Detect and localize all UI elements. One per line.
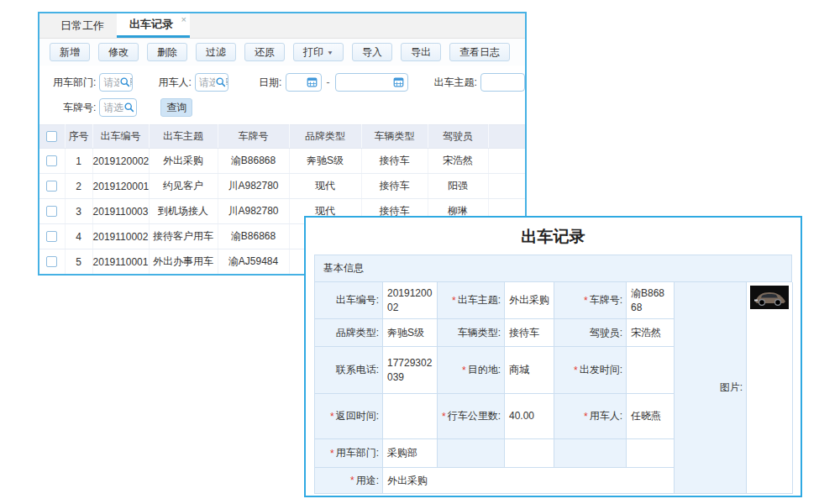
search-icon bbox=[123, 102, 134, 115]
table-row: 2 2019120001 约见客户 川A982780 现代 接待车 阳强 bbox=[39, 174, 525, 199]
toolbar: 新增 修改 删除 过滤 还原 打印 ▼ 导入 导出 查看日志 bbox=[39, 39, 525, 66]
plate-filter-input[interactable]: 请选择 bbox=[99, 98, 137, 117]
field-value-empty bbox=[627, 439, 675, 468]
delete-button[interactable]: 删除 bbox=[147, 43, 187, 61]
cell-brand: 奔驰S级 bbox=[289, 149, 361, 174]
select-all-checkbox[interactable] bbox=[46, 131, 57, 142]
cell-driver[interactable]: 阳强 bbox=[428, 174, 488, 199]
tab-dispatch-records-label: 出车记录 bbox=[129, 17, 173, 32]
field-label-subject: *出车主题: bbox=[438, 282, 505, 319]
table-row: 1 2019120002 外出采购 渝B86868 奔驰S级 接待车 宋浩然 bbox=[39, 149, 525, 174]
field-value-dispatch-no: 2019120002 bbox=[383, 282, 438, 319]
add-button[interactable]: 新增 bbox=[50, 43, 90, 61]
user-filter-label: 用车人: bbox=[158, 76, 191, 90]
tab-dispatch-records[interactable]: 出车记录 × bbox=[117, 13, 190, 38]
search-icon bbox=[119, 76, 130, 90]
print-button[interactable]: 打印 ▼ bbox=[293, 43, 344, 61]
basic-info-section-header: 基本信息 bbox=[314, 255, 792, 282]
cell-dispatch-no[interactable]: 2019110001 bbox=[92, 249, 149, 275]
cell-vehicle-type: 接待车 bbox=[361, 149, 428, 174]
table-header-row: 序号 出车编号 出车主题 车牌号 品牌类型 车辆类型 驾驶员 bbox=[39, 125, 525, 149]
calendar-icon bbox=[307, 76, 318, 90]
field-value-driver: 宋浩然 bbox=[627, 319, 675, 347]
cell-subject[interactable]: 约见客户 bbox=[149, 174, 218, 199]
field-label-brand: 品牌类型: bbox=[315, 319, 383, 347]
col-plate: 车牌号 bbox=[218, 125, 289, 149]
col-dispatch-no: 出车编号 bbox=[92, 125, 149, 149]
restore-button[interactable]: 还原 bbox=[244, 43, 285, 61]
filter-row-2: 车牌号: 请选择 查询 bbox=[39, 97, 525, 118]
field-value-plate: 渝B86868 bbox=[627, 282, 675, 319]
field-label-departure-time: *出发时间: bbox=[554, 347, 627, 394]
field-label-destination: *目的地: bbox=[438, 347, 505, 394]
tab-daily-work-label: 日常工作 bbox=[60, 18, 104, 34]
export-button[interactable]: 导出 bbox=[401, 43, 441, 61]
field-label-return-time: *返回时间: bbox=[315, 394, 383, 439]
row-checkbox[interactable] bbox=[46, 231, 57, 242]
dept-filter-input[interactable]: 请选择 bbox=[99, 73, 133, 92]
field-value-destination: 商城 bbox=[505, 347, 554, 394]
cell-plate[interactable]: 渝B86868 bbox=[218, 149, 289, 174]
plate-filter-label: 车牌号: bbox=[63, 101, 96, 115]
field-value-empty bbox=[505, 439, 554, 468]
user-filter-input[interactable]: 请选择 bbox=[195, 73, 228, 92]
row-checkbox[interactable] bbox=[46, 181, 57, 192]
cell-seq: 1 bbox=[65, 149, 92, 174]
cell-plate[interactable]: 渝AJ59484 bbox=[218, 249, 289, 275]
row-checkbox[interactable] bbox=[46, 155, 57, 166]
tab-daily-work[interactable]: 日常工作 bbox=[48, 13, 117, 38]
cell-subject[interactable]: 到机场接人 bbox=[149, 199, 218, 224]
field-value-subject: 外出采购 bbox=[505, 282, 554, 319]
cell-subject[interactable]: 外出办事用车 bbox=[149, 249, 218, 275]
cell-dispatch-no[interactable]: 2019120002 bbox=[92, 149, 149, 174]
cell-plate[interactable]: 渝B86868 bbox=[218, 224, 289, 249]
cell-seq: 4 bbox=[65, 224, 92, 249]
field-value-phone: 17729302039 bbox=[383, 347, 438, 394]
cell-plate[interactable]: 川A982780 bbox=[218, 199, 289, 224]
date-from-input[interactable] bbox=[286, 73, 321, 92]
import-button[interactable]: 导入 bbox=[352, 43, 392, 61]
field-label-vehicle-type: 车辆类型: bbox=[438, 319, 505, 347]
cell-dispatch-no[interactable]: 2019110002 bbox=[92, 224, 149, 249]
col-brand: 品牌类型 bbox=[289, 125, 361, 149]
chevron-down-icon: ▼ bbox=[327, 49, 333, 55]
cell-seq: 2 bbox=[65, 174, 92, 199]
field-label-plate: *车牌号: bbox=[554, 282, 627, 319]
subject-filter-label: 出车主题: bbox=[433, 76, 476, 90]
cell-seq: 3 bbox=[65, 199, 92, 224]
field-label-mileage: *行车公里数: bbox=[438, 394, 505, 439]
calendar-icon bbox=[393, 76, 404, 90]
cell-subject[interactable]: 外出采购 bbox=[149, 149, 218, 174]
cell-plate[interactable]: 川A982780 bbox=[218, 174, 289, 199]
col-seq: 序号 bbox=[65, 125, 92, 149]
row-checkbox[interactable] bbox=[46, 256, 57, 267]
field-value-brand: 奔驰S级 bbox=[383, 319, 438, 347]
field-value-return-time bbox=[383, 394, 438, 439]
search-button[interactable]: 查询 bbox=[160, 98, 192, 117]
dialog-title: 出车记录 bbox=[314, 218, 792, 255]
view-log-button[interactable]: 查看日志 bbox=[449, 43, 510, 61]
edit-button[interactable]: 修改 bbox=[98, 43, 139, 61]
row-checkbox[interactable] bbox=[46, 206, 57, 217]
filter-button[interactable]: 过滤 bbox=[196, 43, 236, 61]
car-image[interactable] bbox=[750, 286, 789, 309]
cell-dispatch-no[interactable]: 2019120001 bbox=[92, 174, 149, 199]
cell-subject[interactable]: 接待客户用车 bbox=[149, 224, 218, 249]
cell-dispatch-no[interactable]: 2019110003 bbox=[92, 199, 149, 224]
field-label-empty bbox=[438, 439, 505, 468]
dispatch-detail-dialog: 出车记录 基本信息 出车编号: 2019120002 *出车主题: 外出采购 *… bbox=[304, 216, 802, 497]
tab-close-icon[interactable]: × bbox=[181, 14, 186, 24]
field-label-driver: 驾驶员: bbox=[554, 319, 627, 347]
field-label-car-user: *用车人: bbox=[554, 394, 627, 439]
date-to-input[interactable] bbox=[335, 73, 409, 92]
subject-filter-input[interactable] bbox=[480, 73, 525, 92]
field-label-dispatch-no: 出车编号: bbox=[315, 282, 383, 319]
field-label-department: *用车部门: bbox=[315, 439, 383, 468]
col-driver: 驾驶员 bbox=[428, 125, 488, 149]
cell-driver[interactable]: 宋浩然 bbox=[428, 149, 488, 174]
cell-seq: 5 bbox=[65, 249, 92, 275]
field-value-car-user: 任晓燕 bbox=[627, 394, 675, 439]
filter-row-1: 用车部门: 请选择 用车人: 请选择 日期: - 出车主题: bbox=[39, 72, 525, 92]
date-range-separator: - bbox=[327, 76, 330, 88]
search-icon bbox=[215, 76, 226, 90]
